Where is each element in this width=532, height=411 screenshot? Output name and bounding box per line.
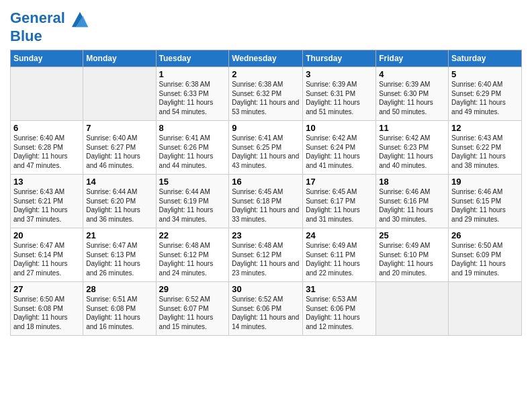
day-number: 16 (232, 177, 300, 187)
day-cell: 6Sunrise: 6:40 AM Sunset: 6:28 PM Daylig… (11, 121, 83, 175)
day-info: Sunrise: 6:45 AM Sunset: 6:17 PM Dayligh… (306, 187, 373, 224)
col-header-wednesday: Wednesday (229, 50, 303, 67)
day-info: Sunrise: 6:44 AM Sunset: 6:20 PM Dayligh… (86, 187, 152, 224)
day-number: 29 (159, 284, 226, 294)
day-number: 4 (379, 69, 445, 79)
day-info: Sunrise: 6:53 AM Sunset: 6:06 PM Dayligh… (306, 295, 373, 331)
logo-blue-text: Blue (10, 28, 89, 44)
day-number: 27 (13, 284, 80, 294)
day-cell: 28Sunrise: 6:51 AM Sunset: 6:08 PM Dayli… (83, 282, 156, 336)
day-cell: 4Sunrise: 6:39 AM Sunset: 6:30 PM Daylig… (376, 67, 449, 121)
day-number: 12 (451, 123, 519, 133)
day-number: 5 (451, 69, 519, 79)
day-number: 17 (306, 177, 373, 187)
day-number: 26 (451, 230, 519, 240)
day-number: 30 (232, 284, 300, 294)
day-cell (449, 282, 522, 336)
day-info: Sunrise: 6:49 AM Sunset: 6:11 PM Dayligh… (306, 241, 373, 277)
day-info: Sunrise: 6:39 AM Sunset: 6:31 PM Dayligh… (306, 80, 373, 116)
day-cell: 20Sunrise: 6:47 AM Sunset: 6:14 PM Dayli… (11, 228, 83, 282)
day-info: Sunrise: 6:40 AM Sunset: 6:27 PM Dayligh… (86, 134, 152, 170)
day-cell: 14Sunrise: 6:44 AM Sunset: 6:20 PM Dayli… (83, 175, 156, 228)
main-container: General Blue SundayMondayTuesdayWednesda… (0, 0, 532, 342)
day-info: Sunrise: 6:43 AM Sunset: 6:21 PM Dayligh… (13, 187, 80, 224)
day-info: Sunrise: 6:38 AM Sunset: 6:32 PM Dayligh… (232, 80, 300, 116)
day-info: Sunrise: 6:50 AM Sunset: 6:08 PM Dayligh… (13, 295, 80, 331)
day-cell: 10Sunrise: 6:42 AM Sunset: 6:24 PM Dayli… (303, 121, 376, 175)
day-number: 7 (86, 123, 152, 133)
day-cell: 24Sunrise: 6:49 AM Sunset: 6:11 PM Dayli… (303, 228, 376, 282)
header-row: SundayMondayTuesdayWednesdayThursdayFrid… (11, 50, 522, 67)
day-cell: 29Sunrise: 6:52 AM Sunset: 6:07 PM Dayli… (156, 282, 229, 336)
week-row-4: 27Sunrise: 6:50 AM Sunset: 6:08 PM Dayli… (11, 282, 522, 336)
day-cell (376, 282, 449, 336)
day-info: Sunrise: 6:40 AM Sunset: 6:28 PM Dayligh… (13, 134, 80, 170)
day-cell: 3Sunrise: 6:39 AM Sunset: 6:31 PM Daylig… (303, 67, 376, 121)
day-number: 31 (306, 284, 373, 294)
day-info: Sunrise: 6:47 AM Sunset: 6:14 PM Dayligh… (13, 241, 80, 277)
day-cell: 19Sunrise: 6:46 AM Sunset: 6:15 PM Dayli… (449, 175, 522, 228)
day-cell: 22Sunrise: 6:48 AM Sunset: 6:12 PM Dayli… (156, 228, 229, 282)
day-cell: 16Sunrise: 6:45 AM Sunset: 6:18 PM Dayli… (229, 175, 303, 228)
week-row-0: 1Sunrise: 6:38 AM Sunset: 6:33 PM Daylig… (11, 67, 522, 121)
day-info: Sunrise: 6:48 AM Sunset: 6:12 PM Dayligh… (232, 241, 300, 277)
day-info: Sunrise: 6:40 AM Sunset: 6:29 PM Dayligh… (451, 80, 519, 116)
day-number: 9 (232, 123, 300, 133)
day-cell (11, 67, 83, 121)
day-info: Sunrise: 6:43 AM Sunset: 6:22 PM Dayligh… (451, 134, 519, 170)
day-info: Sunrise: 6:51 AM Sunset: 6:08 PM Dayligh… (86, 295, 152, 331)
day-info: Sunrise: 6:52 AM Sunset: 6:07 PM Dayligh… (159, 295, 226, 331)
week-row-1: 6Sunrise: 6:40 AM Sunset: 6:28 PM Daylig… (11, 121, 522, 175)
day-cell: 8Sunrise: 6:41 AM Sunset: 6:26 PM Daylig… (156, 121, 229, 175)
day-info: Sunrise: 6:42 AM Sunset: 6:23 PM Dayligh… (379, 134, 445, 170)
day-number: 2 (232, 69, 300, 79)
day-number: 13 (13, 177, 80, 187)
col-header-friday: Friday (376, 50, 449, 67)
day-number: 1 (159, 69, 226, 79)
col-header-tuesday: Tuesday (156, 50, 229, 67)
day-info: Sunrise: 6:47 AM Sunset: 6:13 PM Dayligh… (86, 241, 152, 277)
day-info: Sunrise: 6:44 AM Sunset: 6:19 PM Dayligh… (159, 187, 226, 224)
day-info: Sunrise: 6:46 AM Sunset: 6:16 PM Dayligh… (379, 187, 445, 224)
day-number: 10 (306, 123, 373, 133)
day-number: 23 (232, 230, 300, 240)
day-cell: 21Sunrise: 6:47 AM Sunset: 6:13 PM Dayli… (83, 228, 156, 282)
day-info: Sunrise: 6:45 AM Sunset: 6:18 PM Dayligh… (232, 187, 300, 224)
day-cell: 25Sunrise: 6:49 AM Sunset: 6:10 PM Dayli… (376, 228, 449, 282)
day-cell: 5Sunrise: 6:40 AM Sunset: 6:29 PM Daylig… (449, 67, 522, 121)
day-cell: 11Sunrise: 6:42 AM Sunset: 6:23 PM Dayli… (376, 121, 449, 175)
day-cell: 17Sunrise: 6:45 AM Sunset: 6:17 PM Dayli… (303, 175, 376, 228)
day-info: Sunrise: 6:39 AM Sunset: 6:30 PM Dayligh… (379, 80, 445, 116)
week-row-3: 20Sunrise: 6:47 AM Sunset: 6:14 PM Dayli… (11, 228, 522, 282)
day-info: Sunrise: 6:41 AM Sunset: 6:26 PM Dayligh… (159, 134, 226, 170)
logo-text: General (10, 9, 89, 28)
col-header-monday: Monday (83, 50, 156, 67)
col-header-sunday: Sunday (11, 50, 83, 67)
logo-icon (71, 9, 89, 28)
day-number: 6 (13, 123, 80, 133)
day-cell: 7Sunrise: 6:40 AM Sunset: 6:27 PM Daylig… (83, 121, 156, 175)
header: General Blue (10, 7, 522, 44)
day-info: Sunrise: 6:49 AM Sunset: 6:10 PM Dayligh… (379, 241, 445, 277)
day-number: 28 (86, 284, 152, 294)
col-header-saturday: Saturday (449, 50, 522, 67)
calendar-table: SundayMondayTuesdayWednesdayThursdayFrid… (10, 50, 522, 336)
day-cell: 12Sunrise: 6:43 AM Sunset: 6:22 PM Dayli… (449, 121, 522, 175)
day-number: 15 (159, 177, 226, 187)
day-number: 22 (159, 230, 226, 240)
day-cell: 15Sunrise: 6:44 AM Sunset: 6:19 PM Dayli… (156, 175, 229, 228)
day-cell: 30Sunrise: 6:52 AM Sunset: 6:06 PM Dayli… (229, 282, 303, 336)
day-info: Sunrise: 6:38 AM Sunset: 6:33 PM Dayligh… (159, 80, 226, 116)
day-info: Sunrise: 6:41 AM Sunset: 6:25 PM Dayligh… (232, 134, 300, 170)
day-info: Sunrise: 6:52 AM Sunset: 6:06 PM Dayligh… (232, 295, 300, 331)
day-number: 20 (13, 230, 80, 240)
day-number: 3 (306, 69, 373, 79)
day-cell: 18Sunrise: 6:46 AM Sunset: 6:16 PM Dayli… (376, 175, 449, 228)
col-header-thursday: Thursday (303, 50, 376, 67)
day-number: 21 (86, 230, 152, 240)
day-info: Sunrise: 6:42 AM Sunset: 6:24 PM Dayligh… (306, 134, 373, 170)
day-cell (83, 67, 156, 121)
day-cell: 27Sunrise: 6:50 AM Sunset: 6:08 PM Dayli… (11, 282, 83, 336)
day-cell: 26Sunrise: 6:50 AM Sunset: 6:09 PM Dayli… (449, 228, 522, 282)
day-info: Sunrise: 6:46 AM Sunset: 6:15 PM Dayligh… (451, 187, 519, 224)
